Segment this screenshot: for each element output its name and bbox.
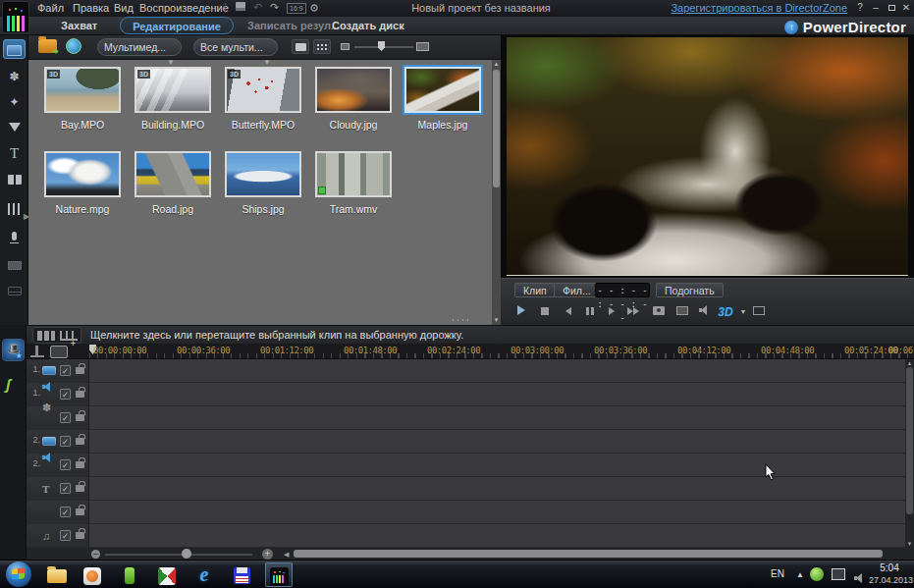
tray-clock[interactable]: 5:04 27.04.2013 [869,562,910,586]
thumbnail-tram[interactable] [315,151,392,197]
timeline-ruler[interactable]: 00:00:00:00 00:00:36:00 00:01:12:00 00:0… [27,344,914,359]
undock-preview-button[interactable] [750,304,768,320]
media-item-ships[interactable]: Ships.jpg [218,151,308,215]
stop-button[interactable] [536,304,554,320]
pause-button[interactable] [581,304,599,320]
timeline-zoom-out-button[interactable]: – [91,550,100,559]
restore-button[interactable] [885,1,898,14]
pip-objects-room-button[interactable]: ✦ [3,92,26,112]
library-scrollbar[interactable]: ▲ ▼ [492,60,501,325]
scrollbar-thumb[interactable] [906,367,913,514]
tab-produce[interactable]: Записать резул... [247,19,340,33]
library-detail-view-button[interactable] [292,39,309,54]
taskbar-pinwheel-app-button[interactable] [153,562,181,587]
minimize-button[interactable]: – [869,1,883,14]
slideshow-creator-icon[interactable]: ʃ [6,376,21,394]
track-enable-checkbox[interactable]: ✓ [60,389,71,400]
movie-mode-tab[interactable]: Фил... [554,283,600,297]
track-lane[interactable] [89,477,905,500]
track-enable-checkbox[interactable]: ✓ [60,459,71,470]
media-item-bay[interactable]: 3D Bay.MPO [37,67,128,131]
track-lock-icon[interactable] [76,508,84,515]
volume-button[interactable] [695,304,713,320]
track-enable-checkbox[interactable]: ✓ [60,436,71,447]
taskbar-explorer-button[interactable] [43,562,71,587]
storyboard-view-icon[interactable] [37,331,55,341]
track-lock-icon[interactable] [76,532,84,539]
fit-zoom-dropdown[interactable]: Подогнать [656,283,724,297]
thumbnail-road[interactable] [134,151,211,197]
thumbnail-nature[interactable] [44,151,121,197]
tray-expand-icon[interactable]: ▲ [796,570,804,579]
track-lock-icon[interactable] [76,391,84,398]
track-header[interactable]: T ✓ [27,477,89,500]
media-item-butterfly[interactable]: 3D Butterfly.MPO [218,67,308,131]
subtitle-room-button[interactable] [3,281,26,300]
media-filter-dropdown[interactable]: Все мульти...▼ [193,38,278,56]
track-enable-checkbox[interactable]: ✓ [60,507,71,517]
aspect-ratio-button[interactable]: 16:9 [287,3,306,14]
save-icon[interactable] [236,1,245,13]
scroll-up-icon[interactable]: ▲ [905,359,914,367]
help-button[interactable]: ? [853,1,867,14]
timeline-zoom-handle[interactable] [182,549,191,559]
panel-resize-handle[interactable] [451,318,472,322]
timecode-display[interactable]: - - : - - : - - : - - [595,283,650,297]
taskbar-utility-button[interactable] [116,562,143,587]
thumbnail-butterfly[interactable]: 3D [225,67,301,113]
track-lane[interactable] [89,524,905,547]
timeline-vertical-scrollbar[interactable]: ▲ ▼ [905,359,914,548]
track-header[interactable]: ✽ ✓ [27,406,89,429]
track-enable-checkbox[interactable]: ✓ [60,483,71,494]
track-header[interactable]: 1. ✓ [27,359,89,382]
media-item-maples[interactable]: Maples.jpg [398,67,488,131]
download-directorzone-icon[interactable] [66,38,81,54]
fast-forward-button[interactable] [624,304,642,320]
track-lane[interactable] [89,383,905,405]
tab-create-disc[interactable]: Создать диск [332,19,404,33]
preview-quality-button[interactable] [673,304,691,320]
close-button[interactable]: ✕ [899,1,913,14]
track-header[interactable]: ♫ ✓ [27,524,89,547]
thumbnail-cloudy[interactable] [315,67,392,113]
track-lane[interactable] [89,454,905,476]
title-room-button[interactable]: T [3,143,26,163]
range-select-icon[interactable] [30,346,44,357]
scrollbar-thumb[interactable] [493,70,500,187]
track-header[interactable]: 2. ✓ [27,454,89,476]
previous-frame-button[interactable] [560,304,577,320]
tab-capture[interactable]: Захват [61,19,97,33]
effect-room-button[interactable]: ✽ [3,67,26,86]
scroll-left-icon[interactable]: ◀ [284,551,289,559]
track-lock-icon[interactable] [76,438,84,445]
menu-view[interactable]: Вид [110,1,137,15]
tray-volume-icon[interactable] [854,569,865,587]
start-button[interactable] [6,561,31,587]
chapter-room-button[interactable] [3,255,26,275]
import-media-icon[interactable] [38,39,57,53]
track-enable-checkbox[interactable]: ✓ [60,412,71,423]
3d-mode-button[interactable]: 3D [717,304,734,320]
undo-icon[interactable]: ↶ [253,1,262,14]
magic-movie-wizard-icon[interactable] [2,339,25,361]
clip-mode-tab[interactable]: Клип [514,283,556,297]
media-item-tram[interactable]: Tram.wmv [308,151,399,215]
directorzone-register-link[interactable]: Зарегистрироваться в DirectorZone [671,2,847,14]
track-lane[interactable] [89,430,905,453]
track-header[interactable]: 1. ✓ [27,383,89,405]
menu-playback[interactable]: Воспроизведение [135,1,233,15]
track-header[interactable]: 2. ✓ [27,430,89,453]
track-lane[interactable] [89,406,905,429]
track-enable-checkbox[interactable]: ✓ [60,530,71,541]
taskbar-media-player-button[interactable] [79,562,106,587]
track-lock-icon[interactable] [76,414,84,421]
timeline-zoom-in-button[interactable]: + [262,549,273,560]
scroll-down-icon[interactable]: ▼ [492,316,501,325]
taskbar-powerdirector-button[interactable] [265,562,293,587]
track-music[interactable]: ♫ ✓ [27,524,905,548]
scroll-up-icon[interactable]: ▲ [492,60,501,69]
taskbar-ie-button[interactable]: e [190,562,218,587]
redo-icon[interactable]: ↷ [270,1,279,14]
tray-display-icon[interactable] [832,568,845,580]
timeline-hscrollbar-thumb[interactable] [294,550,883,558]
